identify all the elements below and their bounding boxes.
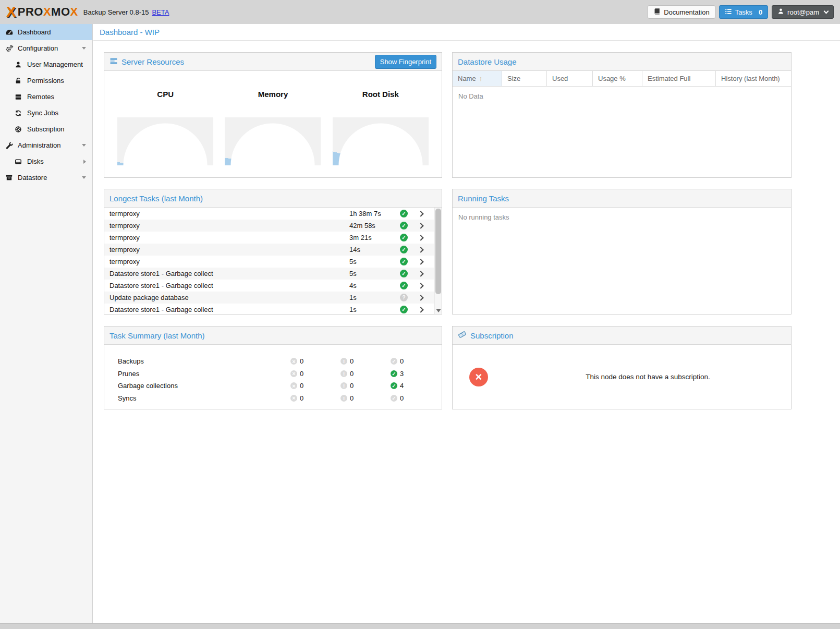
subscription-message: This node does not have a subscription.	[505, 373, 791, 381]
error-circle-icon	[290, 358, 297, 365]
beta-link[interactable]: BETA	[152, 8, 169, 16]
task-row[interactable]: Datastore store1 - Garbage collect 1s	[104, 304, 434, 314]
sidebar-item-remotes[interactable]: Remotes	[0, 89, 92, 105]
expand-arrow-icon[interactable]	[83, 160, 86, 164]
gauge-memory: Memory 5%	[219, 71, 326, 165]
empty-text: No running tasks	[453, 208, 791, 227]
column-header-usage[interactable]: Usage %	[593, 71, 642, 86]
warning-circle-icon	[340, 382, 347, 389]
panel-title: Server Resources	[121, 57, 184, 66]
panel-title: Subscription	[470, 331, 514, 340]
gauge-arc: 2%	[117, 117, 213, 165]
task-row[interactable]: Datastore store1 - Garbage collect 4s	[104, 280, 434, 292]
chevron-right-icon[interactable]	[418, 283, 423, 288]
chevron-right-icon[interactable]	[418, 271, 423, 276]
collapse-arrow-icon[interactable]	[82, 176, 86, 179]
sidebar-item-dashboard[interactable]: Dashboard	[0, 24, 92, 40]
gauge-value: 9%	[333, 153, 429, 165]
panel-title: Datastore Usage	[458, 57, 517, 66]
server-list-icon	[15, 93, 23, 101]
scroll-down-arrow[interactable]	[436, 309, 441, 312]
column-header-used[interactable]: Used	[547, 71, 593, 86]
status-ok-icon	[400, 270, 408, 277]
vertical-scrollbar[interactable]	[434, 208, 442, 314]
sidebar-item-administration[interactable]: Administration	[0, 137, 92, 153]
book-icon	[653, 8, 661, 17]
sidebar-item-datastore[interactable]: Datastore	[0, 170, 92, 186]
top-header: X PROXMOX Backup Server 0.8-15 BETA Docu…	[0, 0, 840, 24]
warning-circle-icon	[340, 370, 347, 377]
gauge-row: CPU 2% Memory 5% Root Disk 9%	[104, 71, 442, 165]
task-summary-panel: Task Summary (last Month) Backups 0 0 0 …	[104, 326, 442, 409]
dashboard-icon	[5, 28, 14, 37]
longest-tasks-panel: Longest Tasks (last Month) termproxy 1h …	[104, 189, 442, 314]
sidebar-item-user-management[interactable]: User Management	[0, 56, 92, 72]
subscription-panel: Subscription × This node does not have a…	[452, 326, 792, 409]
task-row[interactable]: termproxy 42m 58s	[104, 220, 434, 232]
hard-disk-icon	[15, 158, 23, 166]
proxmox-wordmark: PROXMOX	[18, 6, 78, 18]
task-row[interactable]: termproxy 3m 21s	[104, 232, 434, 244]
task-list-icon	[725, 8, 732, 17]
gauge-cpu: CPU 2%	[112, 71, 219, 165]
gauge-value: 5%	[225, 153, 321, 165]
task-row[interactable]: Datastore store1 - Garbage collect 5s	[104, 268, 434, 280]
summary-row-prunes: Prunes 0 0 3	[104, 368, 442, 380]
check-circle-icon	[391, 395, 397, 402]
sync-icon	[15, 109, 23, 117]
server-resources-icon	[109, 57, 118, 67]
column-header-name[interactable]: Name	[453, 71, 502, 86]
app-subtitle: Backup Server 0.8-15	[83, 8, 149, 16]
chevron-right-icon[interactable]	[418, 259, 423, 264]
error-circle-icon	[290, 370, 297, 377]
show-fingerprint-button[interactable]: Show Fingerprint	[375, 55, 436, 69]
task-row[interactable]: termproxy 5s	[104, 256, 434, 268]
status-ok-icon	[400, 234, 408, 241]
sidebar-item-disks[interactable]: Disks	[0, 153, 92, 170]
chevron-right-icon[interactable]	[418, 247, 423, 252]
column-header-estimated-full[interactable]: Estimated Full	[642, 71, 716, 86]
chevron-right-icon[interactable]	[418, 235, 423, 240]
panel-title: Task Summary (last Month)	[109, 331, 205, 340]
gauge-arc: 9%	[333, 117, 429, 165]
check-circle-icon	[391, 370, 397, 377]
chevron-right-icon[interactable]	[418, 211, 423, 216]
chevron-right-icon[interactable]	[418, 307, 423, 312]
task-list: termproxy 1h 38m 7s termproxy 42m 58s te…	[104, 208, 434, 314]
status-ok-icon	[400, 246, 408, 253]
column-header-size[interactable]: Size	[502, 71, 547, 86]
sidebar-item-configuration[interactable]: Configuration	[0, 40, 92, 56]
grid-header: Name Size Used Usage % Estimated Full Hi…	[453, 71, 791, 87]
status-ok-icon	[400, 306, 408, 313]
user-menu-button[interactable]: root@pam	[772, 5, 834, 19]
collapse-arrow-icon[interactable]	[82, 47, 86, 50]
tasks-button[interactable]: Tasks 0	[719, 5, 768, 19]
gauge-root-disk: Root Disk 9%	[327, 71, 434, 165]
ticket-icon	[458, 330, 467, 341]
sidebar-item-subscription[interactable]: Subscription	[0, 121, 92, 137]
chevron-right-icon[interactable]	[418, 223, 423, 228]
documentation-button[interactable]: Documentation	[648, 5, 715, 19]
sidebar-item-sync-jobs[interactable]: Sync Jobs	[0, 105, 92, 121]
chevron-right-icon[interactable]	[418, 295, 423, 300]
task-row[interactable]: termproxy 1h 38m 7s	[104, 208, 434, 220]
collapse-arrow-icon[interactable]	[82, 144, 86, 147]
empty-text: No Data	[453, 87, 791, 106]
column-header-history[interactable]: History (last Month)	[716, 71, 791, 86]
no-subscription-icon: ×	[469, 368, 488, 386]
task-row[interactable]: termproxy 14s	[104, 244, 434, 256]
user-icon	[15, 61, 23, 69]
panel-title: Running Tasks	[458, 194, 509, 203]
status-ok-icon	[400, 258, 408, 265]
sidebar-item-permissions[interactable]: Permissions	[0, 72, 92, 89]
status-ok-icon	[400, 222, 408, 229]
scrollbar-thumb[interactable]	[435, 209, 441, 294]
summary-row-backups: Backups 0 0 0	[104, 355, 442, 368]
life-ring-icon	[15, 125, 23, 134]
task-row[interactable]: Update package database 1s	[104, 292, 434, 304]
summary-row-syncs: Syncs 0 0 0	[104, 392, 442, 405]
proxmox-x-icon: X	[6, 5, 16, 19]
error-circle-icon	[290, 395, 297, 402]
horizontal-scrollbar[interactable]	[0, 623, 840, 629]
subscription-body: × This node does not have a subscription…	[453, 345, 791, 409]
